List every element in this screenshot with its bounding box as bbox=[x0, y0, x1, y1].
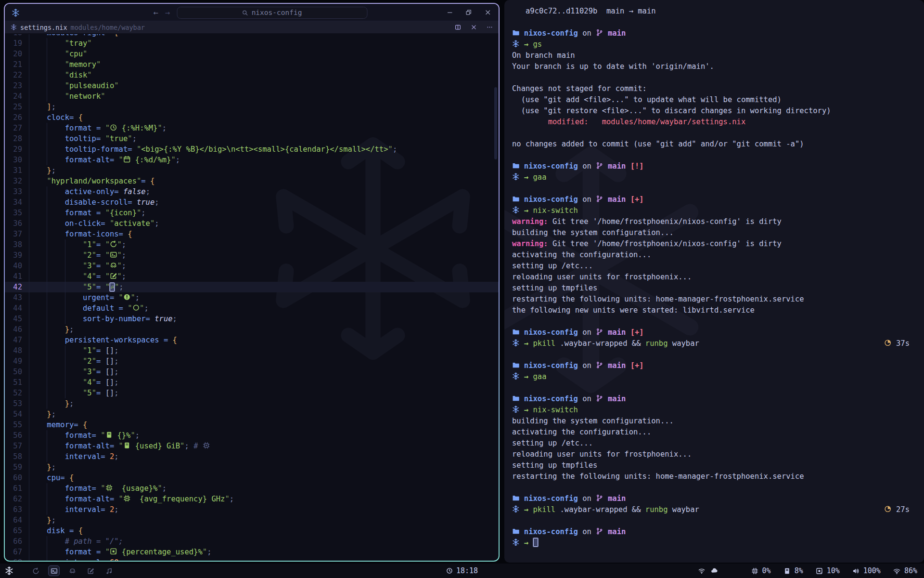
workspace-2-active[interactable] bbox=[48, 565, 60, 576]
code-line-66[interactable]: 66# path = "/"; bbox=[5, 536, 499, 547]
code-line-41[interactable]: 41"4"= ""; bbox=[5, 271, 499, 282]
code-line-62[interactable]: 62format-alt= " {avg_frequency} GHz"; bbox=[5, 494, 499, 504]
code-line-32[interactable]: 32"hyprland/workspaces"= { bbox=[5, 176, 499, 186]
code-line-19[interactable]: 19"tray" bbox=[5, 38, 499, 49]
code-line-59[interactable]: 59}; bbox=[5, 462, 499, 473]
code-line-55[interactable]: 55memory= { bbox=[5, 420, 499, 430]
urgent-icon bbox=[123, 293, 131, 301]
line-number: 60 bbox=[5, 473, 29, 483]
code-line-22[interactable]: 22"disk" bbox=[5, 70, 499, 80]
workspace-3[interactable] bbox=[66, 565, 78, 576]
close-window-button[interactable] bbox=[485, 9, 491, 16]
code-line-53[interactable]: 53}; bbox=[5, 398, 499, 409]
line-number: 56 bbox=[5, 430, 29, 441]
editor-scrollbar[interactable] bbox=[494, 87, 497, 159]
branch-icon bbox=[596, 361, 603, 369]
code-line-44[interactable]: 44default = ""; bbox=[5, 303, 499, 314]
code-line-42[interactable]: 42"5"= ""; bbox=[5, 282, 499, 292]
code-line-31[interactable]: 31}; bbox=[5, 165, 499, 176]
code-line-36[interactable]: 36on-click= "activate"; bbox=[5, 218, 499, 229]
discord-icon bbox=[110, 262, 117, 269]
code-editor[interactable]: 18modules-right= [19"tray"20"cpu"21"memo… bbox=[5, 34, 499, 561]
nix-logo-icon bbox=[12, 9, 20, 17]
code-line-24[interactable]: 24"network" bbox=[5, 91, 499, 102]
code-line-49[interactable]: 49"2"= []; bbox=[5, 356, 499, 367]
code-line-52[interactable]: 52"5"= []; bbox=[5, 388, 499, 398]
line-number: 52 bbox=[5, 388, 29, 398]
nixos-menu-icon[interactable] bbox=[5, 566, 13, 575]
code-line-50[interactable]: 50"3"= []; bbox=[5, 367, 499, 377]
code-line-33[interactable]: 33active-only= false; bbox=[5, 186, 499, 197]
folder-icon bbox=[512, 328, 520, 336]
code-line-30[interactable]: 30format-alt= " {:%d/%m}"; bbox=[5, 155, 499, 165]
workspace-4[interactable] bbox=[85, 565, 96, 576]
code-line-37[interactable]: 37format-icons= { bbox=[5, 229, 499, 239]
code-line-26[interactable]: 26clock= { bbox=[5, 112, 499, 123]
code-line-45[interactable]: 45sort-by-number= true; bbox=[5, 314, 499, 324]
clock-widget[interactable]: 18:18 bbox=[446, 566, 478, 575]
metric-chip[interactable]: 0% bbox=[751, 566, 771, 575]
code-line-23[interactable]: 23"pulseaudio" bbox=[5, 80, 499, 91]
code-line-61[interactable]: 61format= " {usage}%"; bbox=[5, 483, 499, 494]
code-line-40[interactable]: 40"3"= ""; bbox=[5, 261, 499, 271]
code-line-57[interactable]: 57format-alt= " {used} GiB"; # bbox=[5, 441, 499, 451]
workspace-5[interactable] bbox=[103, 565, 115, 576]
code-line-54[interactable]: 54}; bbox=[5, 409, 499, 420]
code-line-48[interactable]: 48"1"= []; bbox=[5, 345, 499, 356]
minimize-button[interactable] bbox=[447, 9, 453, 16]
code-line-18[interactable]: 18modules-right= [ bbox=[5, 34, 499, 38]
line-number: 27 bbox=[5, 123, 29, 133]
metric-wifi[interactable]: 86% bbox=[893, 566, 917, 575]
code-line-38[interactable]: 38"1"= ""; bbox=[5, 239, 499, 250]
terminal-window[interactable]: a9c0c72..d11029b main → main nixos-confi… bbox=[504, 0, 924, 563]
metric-volume[interactable]: 100% bbox=[852, 566, 881, 575]
code-line-58[interactable]: 58interval= 2; bbox=[5, 451, 499, 462]
line-number: 30 bbox=[5, 155, 29, 165]
metric-mem[interactable]: 8% bbox=[783, 566, 803, 575]
terminal-line: nixos-config on main bbox=[512, 493, 916, 504]
terminal-line: building the system configuration... bbox=[512, 227, 916, 238]
terminal-line: reloading user units for frostphoenix... bbox=[512, 272, 916, 283]
close-tab-button[interactable] bbox=[471, 24, 477, 30]
code-line-67[interactable]: 67format = " {percentage_used}%"; bbox=[5, 547, 499, 557]
code-line-39[interactable]: 39"2"= ""; bbox=[5, 250, 499, 261]
line-number: 33 bbox=[5, 186, 29, 197]
code-line-21[interactable]: 21"memory" bbox=[5, 59, 499, 70]
line-number: 19 bbox=[5, 38, 29, 49]
more-options-button[interactable] bbox=[487, 24, 493, 30]
project-search-input[interactable]: nixos-config bbox=[177, 7, 367, 19]
code-line-60[interactable]: 60cpu= { bbox=[5, 473, 499, 483]
code-line-29[interactable]: 29tooltip-format= "<big>{:%Y %B}</big>\n… bbox=[5, 144, 499, 155]
cal-icon bbox=[123, 156, 131, 163]
code-line-56[interactable]: 56format= " {}%"; bbox=[5, 430, 499, 441]
code-line-68[interactable]: 68interval= 60; bbox=[5, 557, 499, 561]
code-line-43[interactable]: 43urgent= ""; bbox=[5, 292, 499, 303]
code-line-20[interactable]: 20"cpu" bbox=[5, 49, 499, 59]
code-line-65[interactable]: 65disk = { bbox=[5, 525, 499, 536]
terminal-line: activating the configuration... bbox=[512, 250, 916, 261]
line-number: 55 bbox=[5, 420, 29, 430]
code-line-47[interactable]: 47persistent-workspaces = { bbox=[5, 335, 499, 345]
split-pane-button[interactable] bbox=[455, 24, 461, 30]
folder-icon bbox=[512, 29, 520, 37]
line-number: 18 bbox=[5, 34, 29, 38]
code-line-28[interactable]: 28tooltip= "true"; bbox=[5, 133, 499, 144]
tray-cloud[interactable] bbox=[711, 567, 718, 575]
code-line-64[interactable]: 64}; bbox=[5, 515, 499, 525]
tray-wifi[interactable] bbox=[698, 567, 705, 575]
code-line-34[interactable]: 34disable-scroll= true; bbox=[5, 197, 499, 208]
code-line-27[interactable]: 27format = " {:%H:%M}"; bbox=[5, 123, 499, 133]
workspace-1[interactable] bbox=[30, 565, 41, 576]
nav-back-button[interactable]: ← bbox=[154, 8, 158, 17]
tab-settings-nix[interactable]: settings.nix modules/home/waybar bbox=[11, 24, 145, 31]
code-line-51[interactable]: 51"4"= []; bbox=[5, 377, 499, 388]
metric-disk[interactable]: 10% bbox=[816, 566, 840, 575]
branch-icon bbox=[596, 29, 603, 37]
code-line-35[interactable]: 35format = "{icon}"; bbox=[5, 208, 499, 218]
nav-forward-button[interactable]: → bbox=[165, 8, 170, 17]
restore-button[interactable] bbox=[465, 9, 472, 16]
code-line-25[interactable]: 25]; bbox=[5, 102, 499, 112]
code-line-63[interactable]: 63interval= 2; bbox=[5, 504, 499, 515]
code-line-46[interactable]: 46}; bbox=[5, 324, 499, 335]
terminal-line: → gs bbox=[512, 39, 916, 50]
